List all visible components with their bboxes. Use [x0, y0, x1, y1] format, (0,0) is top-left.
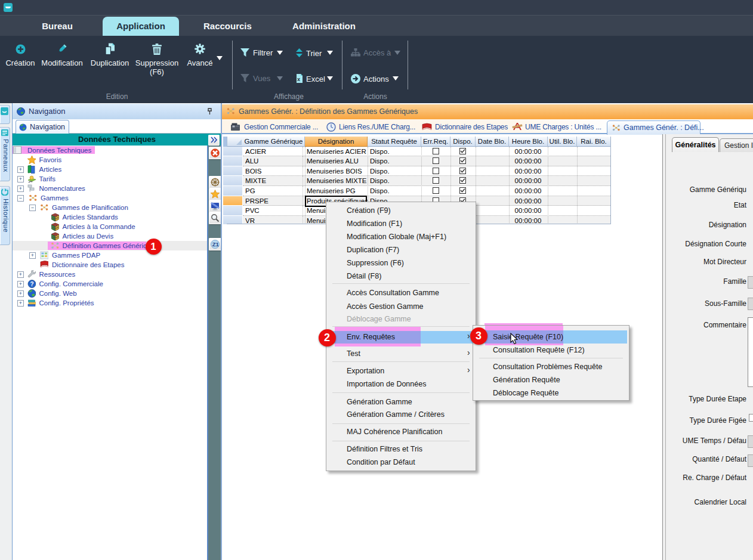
svg-text:x: x [297, 76, 300, 82]
svg-text:Z1: Z1 [212, 241, 220, 247]
svg-text:?: ? [30, 281, 33, 287]
